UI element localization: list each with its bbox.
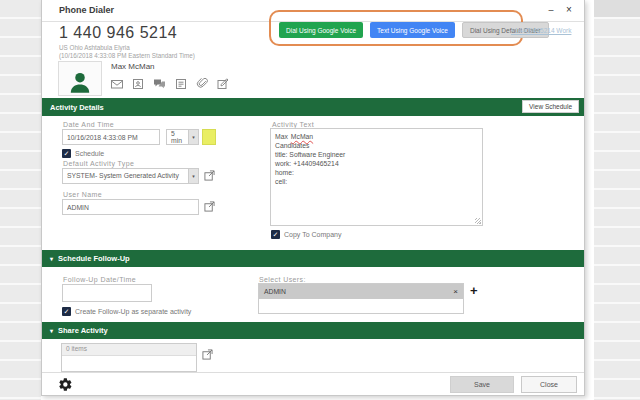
share-section-header[interactable]: ▾ Share Activity [42,322,584,339]
schedule-checkbox-label: Schedule [75,150,104,157]
user-name-label: User Name [63,191,102,198]
activity-details-title: Activity Details [50,103,104,112]
collapse-icon: ▾ [50,255,53,262]
activity-details-header: Activity Details View Schedule [42,98,584,116]
phone-number: 1 440 946 5214 [59,24,177,42]
edit-note-icon[interactable] [217,78,229,90]
close-icon[interactable]: × [562,3,576,17]
duration-select[interactable]: 5 min [166,129,189,145]
selected-user-name: ADMIN [264,288,286,295]
highlight-color-swatch[interactable] [202,129,216,145]
gear-icon[interactable] [58,377,73,392]
add-user-button[interactable]: + [470,283,478,298]
selected-user-row[interactable]: ADMIN × [259,284,463,299]
share-items-count: 0 items [62,344,196,356]
chat-icon[interactable] [153,78,166,90]
contact-name: Max McMan [111,62,155,71]
activity-text-body: Candidates title: Software Engineer work… [275,141,478,186]
attachment-icon[interactable] [196,78,208,90]
separate-activity-checkbox[interactable]: ✓ [62,307,71,316]
select-users-label: Select Users: [259,276,306,283]
dial-buttons-row: Dial Using Google Voice Text Using Googl… [279,22,549,38]
activity-type-select[interactable]: SYSTEM- System Generated Activity [62,168,189,184]
window-title: Phone Dialer [59,5,114,15]
misspelled-word: McMan [291,133,313,140]
select-users-listbox[interactable]: ADMIN × [258,283,464,314]
email-icon[interactable] [111,78,123,90]
remove-user-icon[interactable]: × [453,288,458,296]
collapse-icon: ▾ [50,327,53,334]
copy-to-company-row: ✓ Copy To Company [271,230,341,239]
journal-icon[interactable] [175,78,187,90]
footer-bar: Save Close [42,372,584,395]
background-grid-left [0,0,41,400]
date-time-input[interactable] [62,129,160,145]
text-google-voice-button[interactable]: Text Using Google Voice [370,22,455,38]
follow-up-date-label: Follow-Up Date/Time [63,276,136,283]
schedule-checkbox[interactable]: ✓ [62,149,71,158]
contact-card-icon[interactable] [132,78,144,90]
schedule-checkbox-row: ✓ Schedule [62,149,104,158]
view-schedule-button[interactable]: View Schedule [522,100,579,113]
activity-type-dropdown-icon[interactable]: ▾ [188,168,199,184]
share-title: Share Activity [58,326,108,335]
separate-activity-row: ✓ Create Follow-Up as separate activity [62,307,191,316]
person-icon [67,69,93,95]
caller-location: US Ohio Ashtabula Elyria (10/16/2018 4:3… [59,44,195,60]
activity-type-label: Default Activity Type [63,160,134,167]
avatar [58,61,102,96]
follow-up-date-input[interactable] [62,284,152,302]
minimize-button[interactable]: – [544,3,558,17]
dial-google-voice-button[interactable]: Dial Using Google Voice [279,22,363,38]
phone-dialer-window: Phone Dialer – × 1 440 946 5214 US Ohio … [41,0,585,396]
user-name-input[interactable] [62,199,199,215]
location-line: US Ohio Ashtabula Elyria [59,44,195,52]
work-number-link[interactable]: +14409465214 Work [511,27,571,34]
separate-activity-label: Create Follow-Up as separate activity [75,308,191,315]
share-items-box[interactable]: 0 items [61,343,197,372]
activity-type-popup-icon[interactable] [204,170,215,181]
titlebar: Phone Dialer – × [42,0,584,22]
save-button[interactable]: Save [450,376,514,393]
location-timestamp: (10/16/2018 4:33:08 PM Eastern Standard … [59,52,195,60]
activity-text-label: Activity Text [272,121,314,128]
follow-up-title: Schedule Follow-Up [58,254,130,263]
copy-to-company-label: Copy To Company [284,231,341,238]
close-button[interactable]: Close [521,376,577,393]
activity-text-line1: MaxMcMan [275,132,478,141]
date-time-label: Date And Time [63,121,114,128]
resize-handle[interactable] [475,218,481,224]
background-grid-right [594,0,640,400]
copy-to-company-checkbox[interactable]: ✓ [271,230,280,239]
share-popup-icon[interactable] [202,349,213,360]
user-name-popup-icon[interactable] [204,201,215,212]
follow-up-section-header[interactable]: ▾ Schedule Follow-Up [42,250,584,267]
duration-dropdown-icon[interactable]: ▾ [188,129,199,145]
background-grid-row [594,0,640,17]
activity-text-area[interactable]: MaxMcMan Candidates title: Software Engi… [270,128,483,226]
